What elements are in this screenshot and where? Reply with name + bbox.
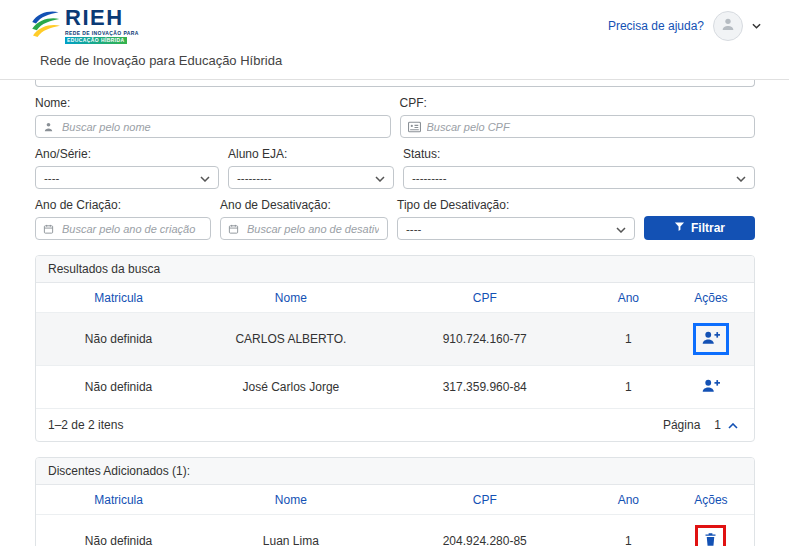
column-header-matricula[interactable]: Matricula xyxy=(36,283,201,313)
cell-acoes xyxy=(668,515,754,546)
column-header-cpf[interactable]: CPF xyxy=(381,283,589,313)
logo-tagline-2: EDUCAÇÃO HÍBRIDA xyxy=(65,37,127,44)
cell-cpf: 910.724.160-77 xyxy=(381,313,589,366)
app-header: RIEH REDE DE INOVAÇÃO PARA EDUCAÇÃO HÍBR… xyxy=(0,0,789,46)
status-field-group: Status: --------- xyxy=(403,147,755,189)
id-card-icon xyxy=(408,121,421,132)
add-student-button[interactable] xyxy=(700,328,722,350)
status-value: --------- xyxy=(412,172,446,184)
added-students-card: Discentes Adicionados (1): Matricula Nom… xyxy=(35,457,755,546)
column-header-ano[interactable]: Ano xyxy=(589,283,668,313)
column-header-acoes: Ações xyxy=(668,283,754,313)
results-footer: 1–2 de 2 itens Página 1 xyxy=(36,408,754,441)
column-header-cpf[interactable]: CPF xyxy=(381,485,589,515)
cell-acoes xyxy=(668,313,754,366)
page-selector[interactable]: 1 xyxy=(710,417,742,433)
cell-ano: 1 xyxy=(589,313,668,366)
cell-matricula: Não definida xyxy=(36,366,201,409)
avatar[interactable] xyxy=(713,11,743,41)
aluno-eja-select[interactable]: --------- xyxy=(228,166,394,189)
add-student-button[interactable] xyxy=(700,376,722,398)
cell-ano: 1 xyxy=(589,515,668,546)
cell-acoes xyxy=(668,366,754,409)
cell-matricula: Não definida xyxy=(36,313,201,366)
person-add-icon xyxy=(702,330,720,348)
ano-criacao-field-group: Ano de Criação: xyxy=(35,198,211,240)
filter-icon xyxy=(674,221,685,235)
current-page: 1 xyxy=(714,418,721,432)
cell-ano: 1 xyxy=(589,366,668,409)
cell-nome: CARLOS ALBERTO. xyxy=(201,313,381,366)
ano-serie-value: ---- xyxy=(44,172,59,184)
table-row: Não definida CARLOS ALBERTO. 910.724.160… xyxy=(36,313,754,366)
chevron-up-icon xyxy=(728,418,738,432)
column-header-nome[interactable]: Nome xyxy=(201,485,381,515)
truncated-input[interactable] xyxy=(35,80,755,87)
column-header-nome[interactable]: Nome xyxy=(201,283,381,313)
cell-nome: José Carlos Jorge xyxy=(201,366,381,409)
aluno-eja-field-group: Aluno EJA: --------- xyxy=(228,147,394,189)
chevron-down-icon[interactable] xyxy=(752,23,761,29)
added-card-title: Discentes Adicionados (1): xyxy=(36,458,754,485)
status-label: Status: xyxy=(403,147,755,161)
items-summary: 1–2 de 2 itens xyxy=(48,418,123,432)
page-label: Página xyxy=(663,418,700,432)
aluno-eja-label: Aluno EJA: xyxy=(228,147,394,161)
ano-desativacao-input[interactable] xyxy=(220,217,388,240)
aluno-eja-value: --------- xyxy=(237,172,271,184)
logo-title: RIEH xyxy=(65,7,139,29)
logo-tagline-1: REDE DE INOVAÇÃO PARA xyxy=(65,31,139,36)
pagination: Página 1 xyxy=(663,417,742,433)
ano-criacao-label: Ano de Criação: xyxy=(35,198,211,212)
tipo-desativacao-label: Tipo de Desativação: xyxy=(397,198,635,212)
cell-cpf: 204.924.280-85 xyxy=(381,515,589,546)
trash-icon xyxy=(704,532,717,546)
calendar-icon xyxy=(43,223,54,234)
filter-row-1: Nome: CPF: xyxy=(35,96,755,138)
help-link[interactable]: Precisa de ajuda? xyxy=(608,19,704,33)
tipo-desativacao-select[interactable]: ---- xyxy=(397,217,635,240)
column-header-matricula[interactable]: Matricula xyxy=(36,485,201,515)
column-header-acoes: Ações xyxy=(668,485,754,515)
cell-matricula: Não definida xyxy=(36,515,201,546)
main-content: Nome: CPF: Ano/Série: ---- xyxy=(0,80,789,546)
page-title: Rede de Inovação para Educação Híbrida xyxy=(0,46,789,80)
annotation-highlight-red xyxy=(695,525,726,546)
ano-serie-label: Ano/Série: xyxy=(35,147,219,161)
person-add-icon xyxy=(702,378,720,396)
person-icon xyxy=(43,121,54,132)
results-card-title: Resultados da busca xyxy=(36,256,754,283)
tipo-desativacao-value: ---- xyxy=(406,223,421,235)
logo-text-block: RIEH REDE DE INOVAÇÃO PARA EDUCAÇÃO HÍBR… xyxy=(65,7,139,44)
header-right: Precisa de ajuda? xyxy=(608,11,761,41)
nome-label: Nome: xyxy=(35,96,391,110)
nome-input[interactable] xyxy=(35,115,391,138)
remove-student-button[interactable] xyxy=(702,530,719,546)
chevron-down-icon xyxy=(200,172,210,184)
table-row: Não definida Luan Lima 204.924.280-85 1 xyxy=(36,515,754,546)
filtrar-button-label: Filtrar xyxy=(691,221,725,235)
cell-nome: Luan Lima xyxy=(201,515,381,546)
chevron-down-icon xyxy=(616,223,626,235)
ano-serie-field-group: Ano/Série: ---- xyxy=(35,147,219,189)
filter-row-2: Ano/Série: ---- Aluno EJA: --------- Sta… xyxy=(35,147,755,189)
chevron-down-icon xyxy=(736,172,746,184)
ano-criacao-input[interactable] xyxy=(35,217,211,240)
status-select[interactable]: --------- xyxy=(403,166,755,189)
calendar-icon xyxy=(228,223,239,234)
cpf-label: CPF: xyxy=(400,96,756,110)
logo-swoosh-icon xyxy=(30,7,60,43)
results-header-row: Matricula Nome CPF Ano Ações xyxy=(36,283,754,313)
results-card: Resultados da busca Matricula Nome CPF A… xyxy=(35,255,755,442)
cell-cpf: 317.359.960-84 xyxy=(381,366,589,409)
ano-desativacao-field-group: Ano de Desativação: xyxy=(220,198,388,240)
person-icon xyxy=(720,16,736,35)
chevron-down-icon xyxy=(375,172,385,184)
added-table: Matricula Nome CPF Ano Ações Não definid… xyxy=(36,485,754,546)
annotation-highlight-blue xyxy=(693,323,729,355)
nome-field-group: Nome: xyxy=(35,96,391,138)
cpf-input[interactable] xyxy=(400,115,756,138)
ano-serie-select[interactable]: ---- xyxy=(35,166,219,189)
filtrar-button[interactable]: Filtrar xyxy=(644,216,755,240)
column-header-ano[interactable]: Ano xyxy=(589,485,668,515)
